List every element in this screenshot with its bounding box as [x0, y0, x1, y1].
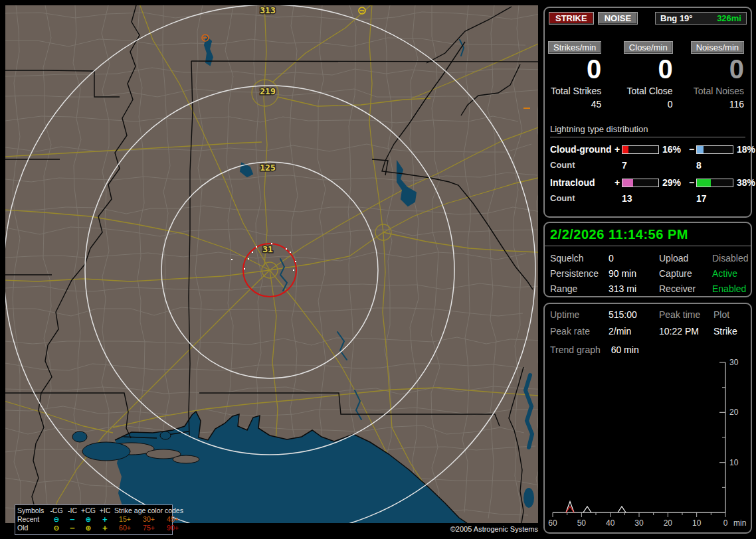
plus-sign: +	[613, 144, 622, 155]
svg-text:30: 30	[729, 358, 739, 367]
legend-header-cg-neg: -CG	[48, 506, 65, 515]
noises-counter-column: Noises/min 0 Total Noises 116	[690, 41, 744, 110]
peak-time-label: Peak time	[659, 309, 713, 320]
old-ic-pos-icon: +	[97, 524, 113, 532]
lightning-map[interactable]: 31321912531	[5, 5, 538, 523]
age-badge-90: 90+	[161, 524, 185, 532]
svg-text:0: 0	[723, 518, 728, 528]
plot-label: Plot	[713, 309, 745, 320]
symbol-legend: Symbols -CG -IC +CG +IC Strike age color…	[15, 504, 173, 535]
cg-negative-pct: 18%	[733, 144, 756, 155]
status-panel: 2/2/2026 11:14:56 PM Squelch 0 Upload Di…	[543, 222, 752, 297]
ic-negative-bar	[696, 179, 733, 187]
svg-text:20: 20	[729, 408, 739, 417]
copyright-text: ©2005 Astrogenic Systems	[438, 524, 538, 535]
recent-cg-neg-icon: ⊖	[48, 515, 65, 524]
close-per-min-value: 0	[618, 54, 672, 84]
count-label: Count	[550, 193, 613, 204]
legend-header-ic-neg: -IC	[65, 506, 80, 515]
age-badge-75: 75+	[137, 524, 161, 532]
strikes-per-min-chip[interactable]: Strikes/min	[548, 41, 601, 54]
ic-positive-count: 13	[622, 193, 659, 204]
legend-row-recent-label: Recent	[17, 515, 48, 524]
receiver-state: Enabled	[712, 283, 748, 294]
trend-graph-label: Trend graph	[550, 345, 601, 355]
old-cg-pos-icon: ⊕	[80, 524, 97, 532]
nexstorm-window: 31321912531 ©2005 Astrogenic Systems Sym…	[0, 0, 756, 539]
noises-per-min-chip[interactable]: Noises/min	[691, 41, 744, 54]
receiver-label: Receiver	[659, 283, 712, 294]
age-badge-15: 15+	[113, 515, 137, 524]
legend-age-header: Strike age color codes	[113, 506, 185, 515]
ic-positive-pct: 29%	[659, 177, 687, 188]
total-strikes-label: Total Strikes	[547, 86, 601, 96]
strikes-per-min-value: 0	[547, 54, 601, 84]
ring-label-313: 313	[260, 5, 275, 15]
range-value: 313 mi	[609, 283, 659, 294]
upload-label: Upload	[659, 253, 712, 264]
sidebar: STRIKE NOISE Bng 19° 326mi Strikes/min 0…	[543, 0, 753, 539]
recent-cg-pos-icon: ⊕	[80, 515, 97, 524]
cloud-ground-label: Cloud-ground	[550, 144, 613, 155]
total-noises-label: Total Noises	[690, 86, 744, 96]
total-close-value: 0	[618, 99, 672, 110]
svg-text:20: 20	[664, 518, 673, 528]
strike-toggle-button[interactable]: STRIKE	[549, 12, 594, 25]
svg-text:60: 60	[548, 518, 557, 528]
svg-text:10: 10	[692, 518, 702, 528]
svg-text:50: 50	[577, 518, 587, 528]
svg-text:min: min	[733, 518, 746, 528]
age-badge-45: 45+	[161, 515, 185, 524]
trend-graph-value: 60 min	[611, 345, 639, 355]
noise-toggle-button[interactable]: NOISE	[598, 12, 638, 25]
bearing-range-indicator[interactable]: Bng 19° 326mi	[655, 12, 747, 25]
cloud-ground-row: Cloud-ground + 16% − 18%	[550, 144, 745, 155]
cg-negative-count: 8	[696, 160, 733, 171]
svg-text:40: 40	[606, 518, 615, 528]
close-per-min-chip[interactable]: Close/min	[624, 41, 673, 54]
legend-header-cg-pos: +CG	[80, 506, 97, 515]
plot-value: Strike	[713, 326, 745, 337]
capture-label: Capture	[659, 268, 712, 279]
upload-state: Disabled	[712, 253, 748, 264]
persistence-label: Persistence	[550, 268, 609, 279]
datetime-display: 2/2/2026 11:14:56 PM	[545, 223, 751, 246]
ring-label-31: 31	[262, 244, 273, 254]
distribution-title: Lightning type distribution	[550, 124, 745, 137]
strikes-counter-column: Strikes/min 0 Total Strikes 45	[547, 41, 601, 110]
uptime-value: 515:00	[609, 309, 659, 320]
ic-positive-bar	[622, 179, 659, 187]
old-cg-neg-icon: ⊖	[48, 524, 65, 532]
trend-graph-line: 1020306050403020100min	[546, 358, 751, 532]
ic-negative-pct: 38%	[733, 177, 756, 188]
map-canvas[interactable]: 31321912531	[5, 5, 538, 523]
cg-negative-bar	[696, 145, 733, 154]
count-label: Count	[550, 160, 613, 171]
minus-sign: −	[687, 177, 696, 188]
squelch-value: 0	[609, 253, 659, 264]
recent-ic-pos-icon: +	[97, 515, 113, 524]
capture-state: Active	[712, 268, 748, 279]
close-counter-column: Close/min 0 Total Close 0	[618, 41, 672, 110]
ring-label-219: 219	[260, 86, 275, 96]
age-badge-30: 30+	[137, 515, 161, 524]
statistics-panel: STRIKE NOISE Bng 19° 326mi Strikes/min 0…	[543, 7, 752, 218]
legend-header-ic-pos: +IC	[97, 506, 113, 515]
total-noises-value: 116	[690, 99, 744, 110]
recent-ic-neg-icon: −	[65, 515, 80, 524]
cg-positive-bar	[622, 145, 659, 154]
total-close-label: Total Close	[618, 86, 672, 96]
noises-per-min-value: 0	[690, 54, 744, 84]
legend-header-symbols: Symbols	[17, 506, 48, 515]
age-badge-60: 60+	[113, 524, 137, 532]
cg-positive-pct: 16%	[659, 144, 687, 155]
intracloud-label: Intracloud	[550, 177, 613, 188]
old-ic-neg-icon: −	[65, 524, 80, 532]
peak-rate-value: 2/min	[609, 326, 659, 337]
peak-rate-label: Peak rate	[550, 326, 609, 337]
session-panel: Uptime 515:00 Peak time Plot Peak rate 2…	[543, 303, 752, 534]
total-strikes-value: 45	[547, 99, 601, 110]
intracloud-row: Intracloud + 29% − 38%	[550, 177, 745, 188]
peak-time-value: 10:22 PM	[659, 326, 713, 337]
ring-label-125: 125	[260, 163, 275, 173]
